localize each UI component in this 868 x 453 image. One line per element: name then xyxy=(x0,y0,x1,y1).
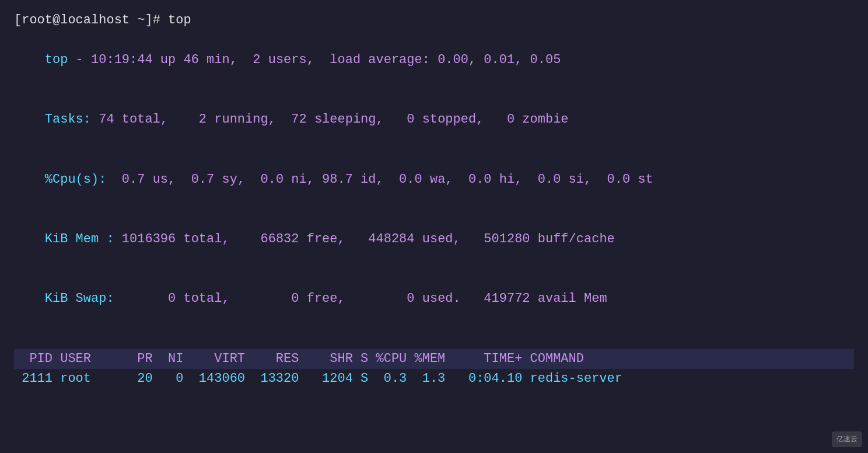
prompt-line: [root@localhost ~]# top xyxy=(14,11,854,30)
watermark: 亿速云 xyxy=(832,431,862,447)
tasks-label: Tasks: xyxy=(45,112,91,127)
mem-label: KiB Mem : xyxy=(45,232,122,246)
cpu-line: %Cpu(s): 0.7 us, 0.7 sy, 0.0 ni, 98.7 id… xyxy=(14,150,854,210)
table-row: 2111 root 20 0 143060 13320 1204 S 0.3 1… xyxy=(14,369,854,389)
blank-line xyxy=(14,329,854,349)
tasks-line: Tasks: 74 total, 2 running, 72 sleeping,… xyxy=(14,90,854,149)
mem-val: 1016396 total, 66832 free, 448284 used, … xyxy=(122,232,615,246)
table-header: PID USER PR NI VIRT RES SHR S %CPU %MEM … xyxy=(14,349,854,369)
mem-line: KiB Mem : 1016396 total, 66832 free, 448… xyxy=(14,210,854,269)
swap-line: KiB Swap: 0 total, 0 free, 0 used. 41977… xyxy=(14,269,854,329)
cpu-val: 0.7 us, 0.7 sy, 0.0 ni, 98.7 id, 0.0 wa,… xyxy=(114,172,653,187)
top-time-val: 10:19:44 up 46 min, 2 users, load averag… xyxy=(91,53,561,67)
swap-val: 0 total, 0 free, 0 used. 419772 avail Me… xyxy=(122,291,607,306)
swap-label: KiB Swap: xyxy=(45,291,122,306)
tasks-val: 74 total, 2 running, 72 sleeping, 0 stop… xyxy=(91,112,569,127)
top-summary-time: top - 10:19:44 up 46 min, 2 users, load … xyxy=(14,30,854,90)
terminal-window: [root@localhost ~]# top top - 10:19:44 u… xyxy=(0,0,868,453)
top-label: top - xyxy=(45,53,91,67)
cpu-label: %Cpu(s): xyxy=(45,172,114,187)
